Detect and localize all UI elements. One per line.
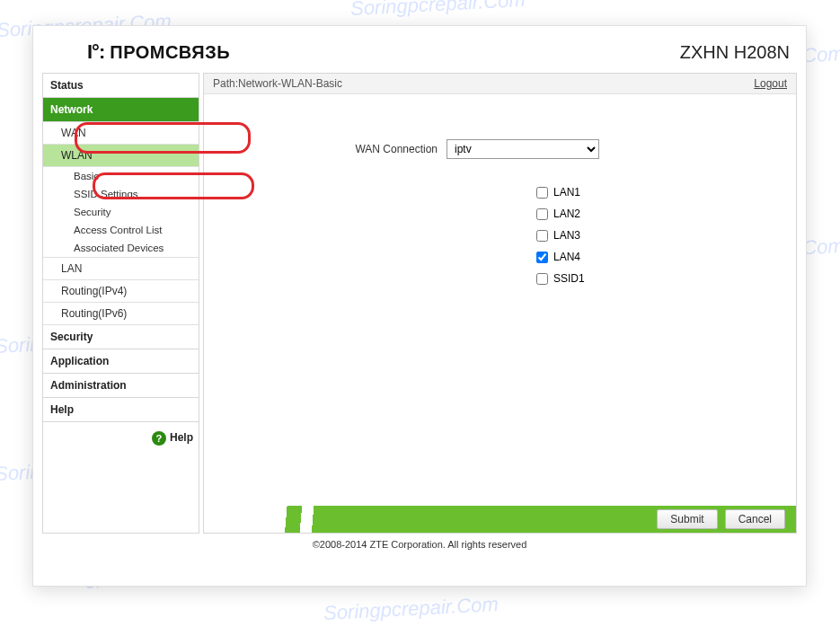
sidebar-item-administration[interactable]: Administration [43, 374, 199, 398]
sidebar-item-ssid-settings[interactable]: SSID Settings [43, 185, 199, 203]
sidebar-item-routing-ipv6[interactable]: Routing(IPv6) [43, 303, 199, 325]
sidebar-item-acl[interactable]: Access Control List [43, 221, 199, 239]
copyright: ©2008-2014 ZTE Corporation. All rights r… [33, 534, 806, 555]
watermark: Soringpcrepair.Com [349, 0, 526, 21]
form-area: WAN Connection iptv LAN1 LAN2 LAN3 LAN4 … [204, 94, 796, 312]
help-link[interactable]: ?Help [43, 422, 199, 455]
sidebar: Status Network WAN WLAN Basic SSID Setti… [42, 73, 199, 534]
sidebar-item-security[interactable]: Security [43, 325, 199, 349]
watermark: Soringpcrepair.Com [323, 593, 499, 625]
submit-button[interactable]: Submit [657, 509, 717, 529]
breadcrumb: Path:Network-WLAN-Basic [213, 77, 342, 90]
sidebar-item-wan[interactable]: WAN [43, 122, 199, 145]
label-lan4: LAN4 [553, 251, 580, 263]
checkbox-lan2[interactable] [536, 208, 548, 220]
label-ssid1: SSID1 [553, 272, 585, 285]
sidebar-item-help[interactable]: Help [43, 398, 199, 422]
logo-icon: I°: [87, 40, 104, 64]
help-link-label: Help [170, 431, 193, 444]
sidebar-item-wlan[interactable]: WLAN [43, 145, 199, 167]
checkbox-lan4[interactable] [536, 252, 548, 263]
sidebar-item-network[interactable]: Network [43, 98, 199, 122]
sidebar-item-wlan-security[interactable]: Security [43, 203, 199, 221]
device-model: ZXHN H208N [680, 42, 790, 63]
breadcrumb-bar: Path:Network-WLAN-Basic Logout [204, 74, 796, 94]
sidebar-item-assoc-devices[interactable]: Associated Devices [43, 239, 199, 258]
label-lan1: LAN1 [553, 186, 580, 199]
logout-link[interactable]: Logout [754, 77, 787, 90]
wan-connection-select[interactable]: iptv [447, 139, 599, 159]
sidebar-item-basic[interactable]: Basic [43, 167, 199, 185]
action-bar: Submit Cancel [204, 506, 796, 533]
sidebar-item-status[interactable]: Status [43, 74, 199, 98]
label-lan3: LAN3 [553, 229, 580, 242]
port-checkbox-list: LAN1 LAN2 LAN3 LAN4 SSID1 [536, 186, 769, 285]
logo: I°: ПРОМСВЯЗЬ [87, 40, 230, 64]
sidebar-item-routing-ipv4[interactable]: Routing(IPv4) [43, 280, 199, 303]
router-admin-frame: I°: ПРОМСВЯЗЬ ZXHN H208N Status Network … [32, 25, 807, 587]
wan-connection-label: WAN Connection [303, 143, 438, 155]
header: I°: ПРОМСВЯЗЬ ZXHN H208N [33, 26, 806, 73]
logo-text: ПРОМСВЯЗЬ [110, 42, 230, 63]
main-panel: Path:Network-WLAN-Basic Logout WAN Conne… [203, 73, 797, 534]
cancel-button[interactable]: Cancel [725, 509, 785, 529]
checkbox-lan3[interactable] [536, 230, 548, 242]
help-icon: ? [152, 431, 166, 446]
checkbox-ssid1[interactable] [536, 273, 548, 285]
label-lan2: LAN2 [553, 208, 580, 220]
sidebar-item-application[interactable]: Application [43, 349, 199, 374]
sidebar-item-lan[interactable]: LAN [43, 258, 199, 280]
checkbox-lan1[interactable] [536, 187, 548, 199]
